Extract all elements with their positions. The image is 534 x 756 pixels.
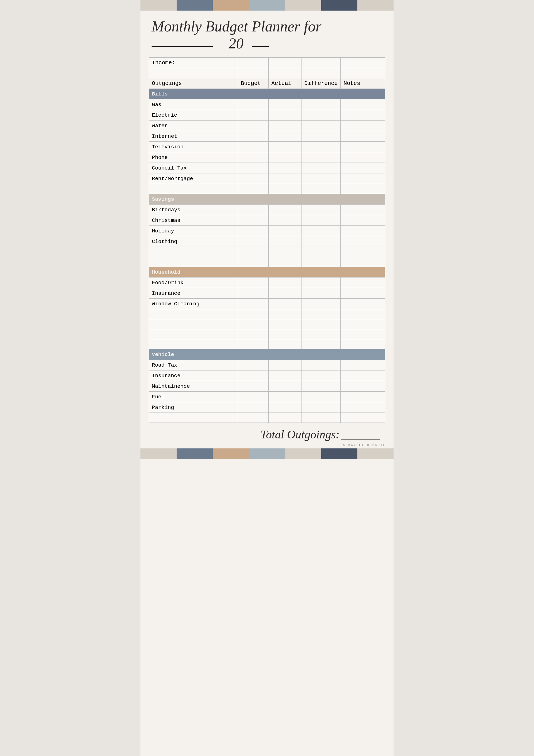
table-row: Internet (149, 131, 385, 142)
color-seg-6 (321, 0, 357, 11)
table-row: Fuel (149, 392, 385, 402)
item-maintainence: Maintainence (149, 381, 238, 392)
savings-label: Savings (149, 194, 385, 204)
income-diff (301, 58, 341, 68)
color-seg-3 (213, 0, 249, 11)
bills-category-row: Bills (149, 89, 385, 99)
budget-table: Income: Outgoings Budget Actual Differen… (149, 57, 385, 423)
color-seg-1 (140, 0, 177, 11)
household-empty-row-1 (149, 309, 385, 319)
table-row: Food/Drink (149, 278, 385, 288)
vehicle-category-row: Vehicle (149, 349, 385, 360)
table-row: Clothing (149, 236, 385, 247)
item-internet: Internet (149, 131, 238, 142)
col-budget-header: Budget (238, 78, 268, 89)
col-outgoings-header: Outgoings (149, 78, 238, 89)
item-television: Television (149, 142, 238, 152)
item-clothing: Clothing (149, 236, 238, 247)
household-empty-row-4 (149, 339, 385, 349)
item-fuel: Fuel (149, 392, 238, 402)
savings-empty-row-1 (149, 247, 385, 257)
column-header-row: Outgoings Budget Actual Difference Notes (149, 78, 385, 89)
item-christmas: Christmas (149, 215, 238, 226)
bills-empty-row (149, 184, 385, 194)
color-seg-2 (177, 0, 213, 11)
col-actual-header: Actual (268, 78, 301, 89)
income-actual (268, 58, 301, 68)
page-title: Monthly Budget Planner for 20 (152, 18, 382, 52)
vehicle-empty-row (149, 413, 385, 423)
household-empty-row-3 (149, 329, 385, 339)
bottom-color-seg-3 (213, 448, 249, 459)
bottom-color-seg-7 (357, 448, 394, 459)
table-row: Electric (149, 110, 385, 121)
income-budget (238, 58, 268, 68)
table-row: Window Cleaning (149, 299, 385, 309)
table-row: Maintainence (149, 381, 385, 392)
budget-planner-page: Monthly Budget Planner for 20 Income: Ou… (140, 0, 394, 756)
table-row: Gas (149, 99, 385, 110)
table-row: Phone (149, 152, 385, 163)
table-row: Holiday (149, 226, 385, 236)
table-row: Birthdays (149, 204, 385, 215)
item-holiday: Holiday (149, 226, 238, 236)
color-seg-7 (357, 0, 394, 11)
table-row: Rent/Mortgage (149, 174, 385, 184)
table-row: Parking (149, 402, 385, 413)
savings-category-row: Savings (149, 194, 385, 204)
total-section: Total Outgoings: (140, 423, 394, 444)
bills-label: Bills (149, 89, 385, 99)
table-row: Insurance (149, 370, 385, 381)
col-notes-header: Notes (341, 78, 385, 89)
color-seg-5 (285, 0, 321, 11)
title-section: Monthly Budget Planner for 20 (140, 11, 394, 57)
income-empty-row (149, 68, 385, 78)
item-water: Water (149, 121, 238, 131)
item-phone: Phone (149, 152, 238, 163)
item-electric: Electric (149, 110, 238, 121)
copyright: © KAYLEIGH MARIE (338, 442, 391, 448)
color-seg-4 (249, 0, 285, 11)
table-row: Council Tax (149, 163, 385, 174)
item-insurance-vehicle: Insurance (149, 370, 238, 381)
item-rent-mortgage: Rent/Mortgage (149, 174, 238, 184)
income-notes (341, 58, 385, 68)
bottom-color-seg-5 (285, 448, 321, 459)
item-insurance-household: Insurance (149, 288, 238, 299)
income-label: Income: (149, 58, 238, 68)
table-row: Insurance (149, 288, 385, 299)
bottom-color-seg-1 (140, 448, 177, 459)
item-council-tax: Council Tax (149, 163, 238, 174)
bottom-color-seg-4 (249, 448, 285, 459)
top-color-bar (140, 0, 394, 11)
income-row: Income: (149, 58, 385, 68)
item-gas: Gas (149, 99, 238, 110)
total-label: Total Outgoings: (261, 428, 340, 441)
household-category-row: Household (149, 267, 385, 278)
bottom-color-seg-6 (321, 448, 357, 459)
item-window-cleaning: Window Cleaning (149, 299, 238, 309)
bottom-color-seg-2 (177, 448, 213, 459)
item-birthdays: Birthdays (149, 204, 238, 215)
item-food-drink: Food/Drink (149, 278, 238, 288)
vehicle-label: Vehicle (149, 349, 385, 360)
table-row: Water (149, 121, 385, 131)
savings-empty-row-2 (149, 257, 385, 267)
item-parking: Parking (149, 402, 238, 413)
col-diff-header: Difference (301, 78, 341, 89)
total-underline (341, 428, 380, 440)
table-row: Christmas (149, 215, 385, 226)
bottom-color-bar: © KAYLEIGH MARIE (140, 448, 394, 459)
household-label: Household (149, 267, 385, 278)
household-empty-row-2 (149, 319, 385, 329)
table-row: Road Tax (149, 360, 385, 370)
item-road-tax: Road Tax (149, 360, 238, 370)
table-row: Television (149, 142, 385, 152)
